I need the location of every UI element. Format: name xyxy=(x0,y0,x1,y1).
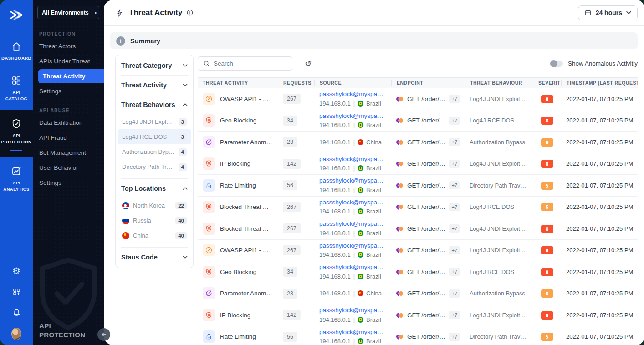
summary-expander[interactable]: + Summary xyxy=(110,32,638,49)
endpoint-path: GET /order/{or... xyxy=(407,333,446,340)
table-row[interactable]: Blocked Threat Actor 267 passshylock@mys… xyxy=(198,197,638,218)
filter-item[interactable]: Directory Path Traversal 4 xyxy=(121,159,188,174)
expand-plus-icon[interactable]: + xyxy=(116,36,125,46)
rail-item-dashboard[interactable]: DASHBOARD xyxy=(0,36,33,66)
owasp-icon xyxy=(203,93,215,105)
filter-item[interactable]: China 40 xyxy=(121,228,188,243)
avatar xyxy=(11,328,21,340)
avatar-icon[interactable] xyxy=(11,329,21,339)
rail-item-api-protection[interactable]: API PROTECTION xyxy=(0,110,33,157)
table-row[interactable]: OWASP API1 - BOLA 267 passshylock@myspac… xyxy=(198,240,638,262)
column-header[interactable]: THREAT ACTIVITY xyxy=(198,80,278,86)
table-row[interactable]: Blocked Threat Actor 267 passshylock@mys… xyxy=(198,218,638,240)
endpoint-more-badge[interactable]: +7 xyxy=(449,289,460,298)
endpoint-more-badge[interactable]: +7 xyxy=(449,311,460,319)
threat-behaviour: Log4J RCE DOS xyxy=(465,203,533,210)
sidebar-item-data-exfiltration[interactable]: Data Exfiltration xyxy=(33,116,104,130)
filter-item[interactable]: Log4J RCE DOS 3 xyxy=(118,129,191,144)
sidebar-item-settings[interactable]: Settings xyxy=(33,176,104,190)
gear-icon[interactable]: ⚙ xyxy=(11,266,21,276)
filter-group-header[interactable]: Top Locations xyxy=(121,179,188,198)
sidebar-item-settings[interactable]: Settings xyxy=(33,84,104,98)
filter-item[interactable]: North Korea 22 xyxy=(121,198,188,213)
source-email-link[interactable]: passshylock@myspace.net xyxy=(319,176,386,185)
column-header[interactable]: SOURCE xyxy=(314,80,391,86)
table-row[interactable]: OWASP API1 - BOLA 267 passshylock@myspac… xyxy=(198,88,638,110)
endpoint-more-badge[interactable]: +7 xyxy=(449,246,460,254)
endpoint-more-badge[interactable]: +7 xyxy=(449,117,460,125)
search-box[interactable] xyxy=(198,56,292,71)
column-header[interactable]: TIMESTAMP (LAST REQUEST) xyxy=(561,80,638,86)
info-icon[interactable] xyxy=(186,9,194,16)
filter-group-header[interactable]: Threat Category xyxy=(121,56,188,75)
source-ip: 194.168.0.1 xyxy=(319,207,351,216)
source-email-link[interactable]: passshylock@myspace.net xyxy=(319,328,386,337)
environment-expand-button[interactable]: » xyxy=(93,6,99,19)
sidebar-item-apis-under-threat[interactable]: APIs Under Threat xyxy=(33,54,104,68)
table-row[interactable]: Rate Limiting 56 passshylock@myspace.net… xyxy=(198,326,638,345)
anomalous-activity-toggle[interactable] xyxy=(550,61,563,67)
sidebar-item-user-behavior[interactable]: User Behavior xyxy=(33,161,104,175)
sidebar-section: API ABUSE Data ExfiltrationAPI FraudBot … xyxy=(33,107,104,190)
filter-group-header[interactable]: Staus Code xyxy=(121,248,188,267)
sidebar-item-bot-management[interactable]: Bot Management xyxy=(33,146,104,160)
endpoint-more-badge[interactable]: +7 xyxy=(449,160,460,168)
sidebar-item-threat-actors[interactable]: Threat Actors xyxy=(33,39,104,53)
source-email-link[interactable]: passshylock@myspace.net xyxy=(319,263,386,272)
table-row[interactable]: Geo Blocking 34 passshylock@myspace.net … xyxy=(198,110,638,132)
source-email-link[interactable]: passshylock@myspace.net xyxy=(319,219,386,228)
sidebar-item-threat-activity[interactable]: Threat Activity xyxy=(38,69,104,83)
table-row[interactable]: Geo Blocking 34 passshylock@myspace.net … xyxy=(198,261,638,283)
filter-item[interactable]: Authorization Bypass 4 xyxy=(121,144,188,159)
filter-item[interactable]: Russia 40 xyxy=(121,213,188,228)
column-header[interactable]: THREAT BEHAVIOUR xyxy=(465,80,533,86)
endpoint-more-badge[interactable]: +7 xyxy=(449,138,460,146)
filter-group-header[interactable]: Threat Behaviors xyxy=(121,95,188,114)
endpoint-method-icon xyxy=(396,290,404,296)
rail-item-api-analytics[interactable]: API ANALYTICS xyxy=(0,161,33,198)
source-email-link[interactable]: passshylock@myspace.net xyxy=(319,90,386,99)
source-email-link[interactable]: passshylock@myspace.net xyxy=(319,306,386,315)
endpoint-method-icon xyxy=(396,117,404,123)
filter-items: Log4J JNDI Exploitation 3 Log4J RCE DOS … xyxy=(121,114,188,178)
search-input[interactable] xyxy=(214,60,287,67)
threat-behaviour: Log4J JNDI Exploitation xyxy=(465,96,533,102)
endpoint-path: GET /order/{or... xyxy=(407,312,446,319)
time-range-dropdown[interactable]: 24 hours xyxy=(578,5,638,20)
table-row[interactable]: IP Blocking 142 passshylock@myspace.net … xyxy=(198,304,638,326)
grid-plus-icon[interactable] xyxy=(11,287,21,297)
column-header[interactable]: ENDPOINT xyxy=(391,80,465,86)
threat-activity-name: Parameter Anomalies xyxy=(220,290,273,297)
column-header[interactable]: SEVERITY xyxy=(533,80,561,86)
source-email-link[interactable]: passshylock@myspace.net xyxy=(319,241,386,250)
brand-logo-icon[interactable] xyxy=(7,6,26,24)
bell-icon[interactable] xyxy=(11,308,21,318)
severity-badge: 5 xyxy=(541,203,553,211)
filter-item[interactable]: Log4J JNDI Exploitation 3 xyxy=(121,114,188,129)
reset-filters-icon[interactable]: ↺ xyxy=(305,60,312,68)
endpoint-more-badge[interactable]: +7 xyxy=(449,95,460,103)
timestamp: 2022-01-07, 07:10:25 PM xyxy=(561,139,638,146)
source-cell: passshylock@myspace.net 194.168.0.1|Braz… xyxy=(314,90,391,108)
table-row[interactable]: IP Blocking 142 passshylock@myspace.net … xyxy=(198,153,638,175)
filter-group-header[interactable]: Threat Activity xyxy=(121,76,188,95)
table-row[interactable]: Parameter Anomalies 23 194.168.0.1|China… xyxy=(198,283,638,305)
environment-label[interactable]: All Environments xyxy=(38,6,93,19)
rail-item-api-catalog[interactable]: API CATALOG xyxy=(0,70,33,107)
count-badge: 40 xyxy=(175,232,187,239)
source-email-link[interactable]: passshylock@myspace.net xyxy=(319,112,386,121)
table-row[interactable]: Rate Limiting 56 passshylock@myspace.net… xyxy=(198,175,638,197)
endpoint-more-badge[interactable]: +7 xyxy=(449,224,460,233)
sidebar-collapse-button[interactable] xyxy=(97,328,110,341)
source-email-link[interactable]: passshylock@myspace.net xyxy=(319,155,386,164)
table-row[interactable]: Parameter Anomalies 23 194.168.0.1|China… xyxy=(198,132,638,153)
endpoint-more-badge[interactable]: +7 xyxy=(449,333,460,341)
threat-activity-name: OWASP API1 - BOLA xyxy=(220,96,273,102)
source-email-link[interactable]: passshylock@myspace.net xyxy=(319,198,386,207)
sidebar-item-api-fraud[interactable]: API Fraud xyxy=(33,131,104,145)
endpoint-more-badge[interactable]: +7 xyxy=(449,181,460,189)
column-header[interactable]: REQUESTS xyxy=(278,80,314,86)
endpoint-more-badge[interactable]: +7 xyxy=(449,268,460,276)
endpoint-more-badge[interactable]: +7 xyxy=(449,203,460,211)
timestamp: 2022-01-07, 07:10:25 PM xyxy=(561,312,638,319)
